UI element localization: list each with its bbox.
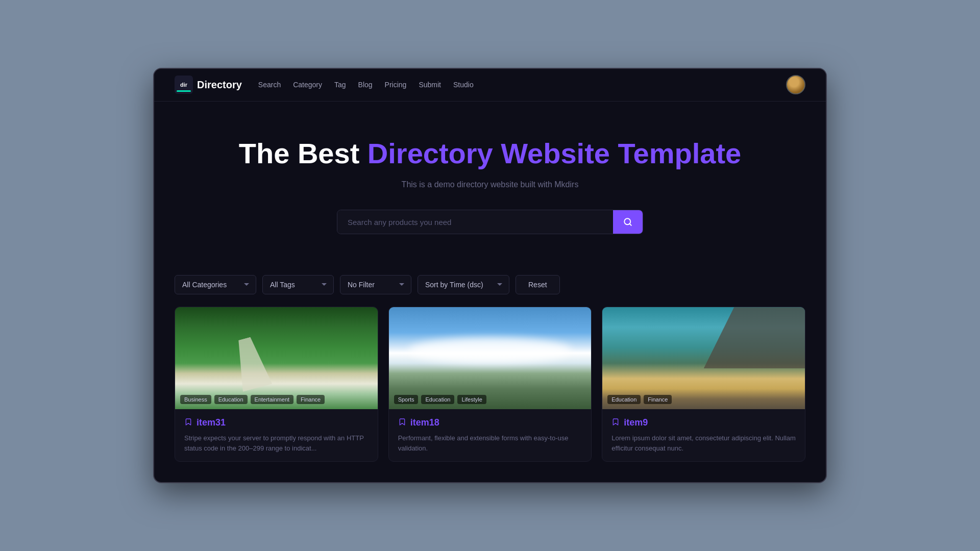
nav-left: dir Directory Search Category Tag Blog P… xyxy=(175,76,474,94)
categories-filter[interactable]: All Categories xyxy=(175,275,256,294)
bookmark-icon xyxy=(611,418,620,428)
card-item9[interactable]: Education Finance item9 Lorem ipsum dolo… xyxy=(602,307,805,462)
filters-bar: All Categories All Tags No Filter Sort b… xyxy=(154,275,826,307)
nav-item-category[interactable]: Category xyxy=(293,80,322,89)
nav-item-studio[interactable]: Studio xyxy=(453,80,474,89)
nav-item-search[interactable]: Search xyxy=(258,80,281,89)
card-desc-item31: Stripe expects your server to promptly r… xyxy=(184,433,369,453)
card-body-item31: item31 Stripe expects your server to pro… xyxy=(175,409,378,461)
card-tag: Education xyxy=(607,395,641,404)
svg-line-1 xyxy=(629,224,631,226)
card-tag: Education xyxy=(421,395,454,404)
cards-grid: Business Education Entertainment Finance… xyxy=(154,307,826,482)
nav-item-blog[interactable]: Blog xyxy=(358,80,373,89)
card-tag: Finance xyxy=(297,395,325,404)
search-input[interactable] xyxy=(337,210,613,234)
card-tags-item31: Business Education Entertainment Finance xyxy=(180,395,325,404)
card-tag: Sports xyxy=(394,395,419,404)
navbar: dir Directory Search Category Tag Blog P… xyxy=(154,69,826,102)
logo[interactable]: dir Directory xyxy=(175,76,242,94)
tags-filter[interactable]: All Tags xyxy=(262,275,334,294)
avatar[interactable] xyxy=(786,75,805,94)
bookmark-icon xyxy=(398,418,406,428)
card-title-row: item18 xyxy=(398,417,582,428)
card-title-row: item9 xyxy=(611,417,796,428)
logo-icon: dir xyxy=(175,76,193,94)
card-tags-item9: Education Finance xyxy=(607,395,672,404)
card-tag: Finance xyxy=(644,395,672,404)
logo-text: Directory xyxy=(197,79,242,91)
card-item18[interactable]: Sports Education Lifestyle item18 Perfor… xyxy=(388,307,592,462)
search-button[interactable] xyxy=(613,210,643,234)
card-title-row: item31 xyxy=(184,417,369,428)
hero-title: The Best Directory Website Template xyxy=(175,137,805,170)
nav-item-pricing[interactable]: Pricing xyxy=(385,80,407,89)
card-tag: Entertainment xyxy=(251,395,293,404)
card-body-item9: item9 Lorem ipsum dolor sit amet, consec… xyxy=(602,409,805,461)
card-item31[interactable]: Business Education Entertainment Finance… xyxy=(175,307,378,462)
card-image-item31: Business Education Entertainment Finance xyxy=(175,307,378,409)
search-bar xyxy=(337,210,643,234)
nav-item-tag[interactable]: Tag xyxy=(334,80,346,89)
hero-section: The Best Directory Website Template This… xyxy=(154,102,826,275)
hero-subtitle: This is a demo directory website built w… xyxy=(175,180,805,189)
card-tag: Business xyxy=(180,395,211,404)
card-title-item9: item9 xyxy=(624,417,648,428)
avatar-image xyxy=(787,76,804,93)
card-image-item18: Sports Education Lifestyle xyxy=(389,307,592,409)
card-tags-item18: Sports Education Lifestyle xyxy=(394,395,486,404)
bookmark-icon xyxy=(184,418,192,428)
sort-select[interactable]: Sort by Time (dsc) xyxy=(418,275,509,294)
card-image-item9: Education Finance xyxy=(602,307,805,409)
nav-item-submit[interactable]: Submit xyxy=(419,80,441,89)
browser-window: dir Directory Search Category Tag Blog P… xyxy=(153,68,827,483)
card-tag: Lifestyle xyxy=(457,395,486,404)
card-title-item18: item18 xyxy=(410,417,439,428)
card-desc-item9: Lorem ipsum dolor sit amet, consectetur … xyxy=(611,433,796,453)
reset-button[interactable]: Reset xyxy=(516,275,560,294)
no-filter-select[interactable]: No Filter xyxy=(340,275,411,294)
card-tag: Education xyxy=(214,395,248,404)
search-icon xyxy=(623,217,632,227)
card-body-item18: item18 Performant, flexible and extensib… xyxy=(389,409,592,461)
card-desc-item18: Performant, flexible and extensible form… xyxy=(398,433,582,453)
nav-links: Search Category Tag Blog Pricing Submit … xyxy=(258,80,474,89)
card-title-item31: item31 xyxy=(197,417,226,428)
